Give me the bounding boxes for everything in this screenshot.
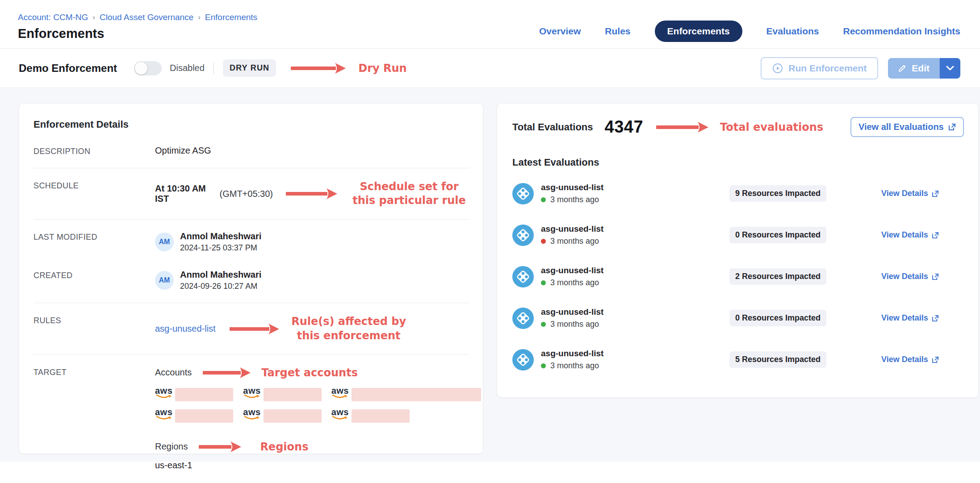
resources-impacted-badge: 0 Resources Impacted <box>729 310 826 326</box>
evaluation-rule-name: asg-unused-list <box>541 183 603 192</box>
view-details-link[interactable]: View Details <box>881 230 939 240</box>
edit-button[interactable]: Edit <box>888 58 940 79</box>
redacted-account-id <box>175 388 233 401</box>
status-dot <box>541 280 546 285</box>
annotation-arrow-icon <box>197 441 242 453</box>
breadcrumb: Account: CCM-NG › Cloud Asset Governance… <box>18 12 257 22</box>
created-row: CREATED AM Anmol Maheshwari 2024-09-26 1… <box>34 258 469 303</box>
asg-rule-icon <box>512 225 534 246</box>
tab-overview[interactable]: Overview <box>539 26 581 37</box>
status-dot <box>541 322 546 327</box>
enforcement-toolbar: Demo Enforcement Disabled DRY RUN Dry Ru… <box>0 48 980 87</box>
created-name: Anmol Maheshwari <box>180 270 261 280</box>
last-modified-name: Anmol Maheshwari <box>180 231 261 242</box>
annotation-dry-run: Dry Run <box>358 62 406 75</box>
view-all-evaluations-button[interactable]: View all Evaluations <box>850 117 964 137</box>
evaluation-time: 3 months ago <box>550 195 599 204</box>
latest-evaluations-label: Latest Evaluations <box>512 157 964 168</box>
evaluation-rule-name: asg-unused-list <box>541 349 603 358</box>
evaluation-time: 3 months ago <box>550 278 599 287</box>
rules-label: RULES <box>34 315 155 325</box>
asg-rule-icon <box>512 266 534 287</box>
avatar: AM <box>155 271 174 290</box>
edit-dropdown-button[interactable] <box>940 58 960 79</box>
toggle-state-label: Disabled <box>170 63 205 73</box>
external-link-icon <box>932 356 939 363</box>
tab-evaluations[interactable]: Evaluations <box>766 26 819 37</box>
redacted-account-id <box>264 409 322 423</box>
enforcement-details-card: Enforcement Details DESCRIPTION Optimize… <box>19 103 483 454</box>
play-icon <box>772 63 783 74</box>
view-details-link[interactable]: View Details <box>881 272 939 281</box>
chevron-right-icon: › <box>198 13 201 22</box>
resources-impacted-badge: 0 Resources Impacted <box>729 227 826 243</box>
aws-logo-icon: aws <box>243 408 260 420</box>
aws-account-item: aws <box>331 408 481 423</box>
rules-row: RULES asg-unused-list Rule(s) affected b… <box>34 303 469 354</box>
resources-impacted-badge: 2 Resources Impacted <box>729 268 826 285</box>
tab-recommendation-insights[interactable]: Recommendation Insights <box>843 26 960 37</box>
annotation-arrow-icon <box>228 322 280 336</box>
region-value: us-east-1 <box>155 460 481 471</box>
target-accounts-list: aws aws aws aws <box>155 387 481 423</box>
external-link-icon <box>932 315 939 322</box>
view-details-link[interactable]: View Details <box>881 313 939 323</box>
target-row: TARGET Accounts Target accounts aws <box>34 355 469 482</box>
last-modified-date: 2024-11-25 03:37 PM <box>180 243 261 253</box>
run-enforcement-button[interactable]: Run Enforcement <box>761 57 878 79</box>
evaluation-row: asg-unused-list 3 months ago 0 Resources… <box>512 214 939 256</box>
evaluation-row: asg-unused-list 3 months ago 2 Resources… <box>512 256 939 297</box>
chevron-right-icon: › <box>92 13 95 22</box>
annotation-arrow-icon <box>285 187 338 200</box>
header-left: Account: CCM-NG › Cloud Asset Governance… <box>18 12 257 41</box>
details-card-title: Enforcement Details <box>34 119 469 130</box>
chevron-down-icon <box>946 66 954 71</box>
created-date: 2024-09-26 10:27 AM <box>180 282 261 291</box>
enable-toggle[interactable] <box>134 61 162 75</box>
divider <box>214 62 214 74</box>
last-modified-row: LAST MODIFIED AM Anmol Maheshwari 2024-1… <box>34 220 469 258</box>
tab-rules[interactable]: Rules <box>605 26 630 37</box>
external-link-icon <box>932 232 939 239</box>
asg-rule-icon <box>512 308 534 329</box>
view-details-link[interactable]: View Details <box>881 355 939 364</box>
view-details-link[interactable]: View Details <box>881 189 939 198</box>
avatar: AM <box>155 233 174 251</box>
description-value: Optimize ASG <box>155 146 211 156</box>
description-label: DESCRIPTION <box>34 146 155 156</box>
evaluation-row: asg-unused-list 3 months ago 9 Resources… <box>512 173 939 214</box>
page-title: Enforcements <box>18 26 257 41</box>
evaluation-rule-name: asg-unused-list <box>541 266 603 275</box>
schedule-label: SCHEDULE <box>34 180 155 191</box>
regions-label: Regions <box>155 441 188 452</box>
redacted-account-id <box>352 409 410 423</box>
aws-account-item: aws <box>243 387 321 401</box>
evaluations-list: asg-unused-list 3 months ago 9 Resources… <box>512 173 964 380</box>
toggle-knob <box>135 62 147 75</box>
external-link-icon <box>932 190 939 197</box>
redacted-account-id <box>352 388 481 401</box>
aws-logo-icon: aws <box>243 387 260 399</box>
breadcrumb-enforcements[interactable]: Enforcements <box>205 12 257 22</box>
aws-logo-icon: aws <box>331 408 349 420</box>
rule-link[interactable]: asg-unused-list <box>155 324 216 334</box>
main-content: Enforcement Details DESCRIPTION Optimize… <box>0 87 980 462</box>
annotation-accounts: Target accounts <box>261 366 358 379</box>
redacted-account-id <box>175 409 233 423</box>
breadcrumb-account[interactable]: Account: CCM-NG <box>18 12 88 22</box>
aws-account-item: aws <box>155 387 233 401</box>
breadcrumb-governance[interactable]: Cloud Asset Governance <box>100 12 193 22</box>
description-row: DESCRIPTION Optimize ASG <box>34 134 469 168</box>
pencil-icon <box>898 64 907 73</box>
annotation-regions: Regions <box>260 441 308 453</box>
annotation-rules: Rule(s) affected by this enforcement <box>291 315 407 342</box>
tab-enforcements[interactable]: Enforcements <box>655 21 742 42</box>
edit-split-button: Edit <box>888 58 960 79</box>
aws-logo-icon: aws <box>155 387 172 399</box>
top-nav: Overview Rules Enforcements Evaluations … <box>539 21 960 42</box>
evaluation-time: 3 months ago <box>550 361 599 371</box>
asg-rule-icon <box>512 349 534 371</box>
aws-logo-icon: aws <box>331 387 349 399</box>
aws-account-item: aws <box>155 408 233 423</box>
aws-account-item: aws <box>331 387 481 401</box>
